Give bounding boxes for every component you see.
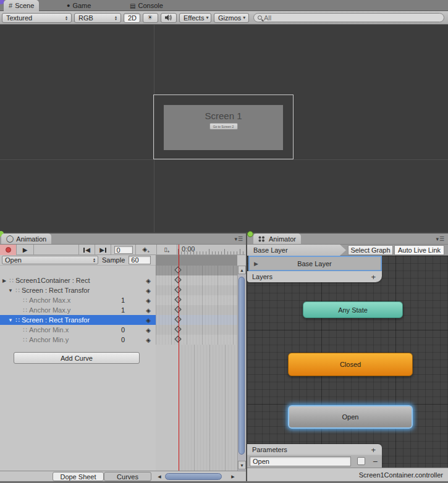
state-machine-graph[interactable]: ▶ Base Layer Layers + Any StateClosedOpe…	[247, 256, 448, 468]
sample-input[interactable]: 60	[129, 256, 151, 264]
frame-input[interactable]: 0	[114, 246, 133, 254]
gizmos-dropdown[interactable]: Gizmos ▾	[214, 13, 249, 23]
property-row-4[interactable]: ▼∷Screen : Rect Transfor◈	[0, 315, 156, 325]
first-frame-button[interactable]: ◀	[79, 245, 95, 255]
next-frame-button[interactable]: ▶	[95, 245, 111, 255]
dopesheet-lane-2[interactable]	[156, 295, 237, 305]
panel-menu-icon[interactable]: ▾☰	[436, 236, 445, 242]
layer-item-base-layer[interactable]: ▶ Base Layer	[248, 256, 382, 271]
add-parameter-button[interactable]: +	[371, 446, 376, 454]
keyframe-diamond-icon[interactable]: ◈	[141, 307, 156, 314]
dopesheet-vertical-scrollbar[interactable]: ▲ ▼	[237, 266, 245, 471]
panel-menu-icon[interactable]: ▾☰	[234, 236, 243, 242]
parameters-header: Parameters +	[247, 444, 382, 455]
add-layer-button[interactable]: +	[371, 273, 376, 281]
tab-animator[interactable]: Animator	[253, 233, 301, 244]
toggle-2d-button[interactable]: 2D	[124, 13, 140, 23]
vertical-scroll-thumb[interactable]	[239, 277, 245, 455]
tab-console[interactable]: ▤ Console	[130, 0, 163, 11]
tab-animation[interactable]: ◯︎ Animation	[1, 233, 51, 244]
screen1-title: Screen 1	[164, 111, 283, 121]
tab-game[interactable]: ● Game	[67, 0, 91, 11]
expand-arrow-icon[interactable]: ▼	[7, 288, 14, 293]
playhead-line[interactable]	[179, 245, 179, 471]
effects-dropdown[interactable]: Effects ▾	[179, 13, 211, 23]
render-mode-dropdown[interactable]: RGB ▴▾	[74, 13, 121, 23]
keyframe-diamond-icon[interactable]: ◈	[141, 297, 156, 304]
property-row-5[interactable]: ∷Anchor Min.x0◈	[0, 325, 156, 335]
keyframe-diamond-icon[interactable]: ◈	[141, 327, 156, 334]
keyframe-marker[interactable]	[174, 276, 181, 283]
dopesheet-lane-6[interactable]	[156, 335, 237, 345]
expand-arrow-icon[interactable]: ▶	[1, 278, 7, 284]
property-value[interactable]: 0	[121, 326, 141, 334]
play-icon: ▶	[23, 247, 28, 253]
audio-toggle-button[interactable]	[161, 13, 177, 23]
scene-search-input[interactable]: All	[253, 13, 444, 22]
property-row-0[interactable]: ▶∷Screen1Container : Rect◈	[0, 275, 156, 285]
state-node-open[interactable]: Open	[288, 405, 413, 429]
keyframe-marker[interactable]	[174, 296, 181, 303]
keyframe-marker[interactable]	[174, 286, 181, 293]
keyframe-marker[interactable]	[174, 335, 181, 342]
clip-dropdown[interactable]: Open ▴▾	[2, 256, 98, 264]
screen1-panel[interactable]: Screen 1 Go to Screen 2	[164, 105, 283, 150]
property-row-1[interactable]: ▼∷Screen : Rect Transfor◈	[0, 285, 156, 295]
scroll-up-button[interactable]: ▲	[238, 266, 246, 274]
chevron-down-icon: ▾	[206, 15, 208, 20]
dopesheet-lane-5[interactable]	[156, 325, 237, 335]
keyframe-diamond-icon[interactable]: ◈	[141, 277, 156, 284]
scroll-right-button[interactable]: ▶	[229, 472, 237, 481]
keyframe-diamond-icon[interactable]: ◈	[141, 287, 156, 294]
record-button[interactable]	[0, 245, 17, 255]
remove-parameter-button[interactable]: −	[371, 455, 379, 468]
add-event-button[interactable]: ▯+	[157, 245, 177, 255]
keyframe-marker[interactable]	[174, 266, 181, 273]
property-row-3[interactable]: ∷Anchor Max.y1◈	[0, 305, 156, 315]
rect-transform-icon: ∷	[21, 306, 29, 314]
property-row-6[interactable]: ∷Anchor Min.y0◈	[0, 335, 156, 345]
dopesheet-lane-0[interactable]	[156, 275, 237, 285]
keyframe-diamond-icon[interactable]: ◈	[141, 317, 156, 324]
scroll-left-button[interactable]: ◀	[156, 472, 163, 481]
select-graph-button[interactable]: Select Graph	[348, 245, 393, 255]
timeline-ruler[interactable]: 0:00	[178, 245, 245, 255]
play-button[interactable]: ▶	[17, 245, 34, 255]
go-to-screen2-button[interactable]: Go to Screen 2	[209, 123, 238, 130]
keyframe-marker[interactable]	[174, 316, 181, 322]
state-node-closed[interactable]: Closed	[288, 353, 413, 376]
draw-mode-dropdown[interactable]: Textured ▴▾	[2, 13, 72, 23]
dopesheet-lane-4[interactable]	[156, 315, 237, 325]
add-keyframe-button[interactable]: ◈+	[136, 245, 157, 255]
dopesheet-lane-1[interactable]	[156, 285, 237, 295]
dopesheet-lane-3[interactable]	[156, 305, 237, 315]
state-node-any-state[interactable]: Any State	[303, 301, 403, 318]
keyframe-diamond-icon[interactable]: ◈	[141, 337, 156, 343]
property-value[interactable]: 0	[121, 336, 141, 343]
property-value[interactable]: 1	[121, 296, 141, 304]
controls-spacer	[34, 245, 79, 255]
dopesheet-summary-lane[interactable]	[156, 266, 237, 275]
scene-grid-hline	[0, 159, 448, 160]
scroll-down-button[interactable]: ▼	[238, 461, 246, 469]
breadcrumb-base-layer[interactable]: Base Layer	[247, 245, 346, 256]
property-row-2[interactable]: ∷Anchor Max.x1◈	[0, 295, 156, 305]
property-value[interactable]: 1	[121, 306, 141, 314]
dopesheet-lower-area[interactable]	[156, 345, 237, 471]
keyframe-marker[interactable]	[174, 326, 181, 332]
parameter-name-input[interactable]: Open	[250, 456, 351, 466]
sample-label: Sample	[102, 256, 125, 264]
scene-viewport[interactable]: Screen 1 Go to Screen 2	[0, 25, 448, 232]
layer-play-icon: ▶	[254, 261, 258, 267]
expand-arrow-icon[interactable]: ▼	[7, 317, 14, 323]
dope-sheet-tab[interactable]: Dope Sheet	[53, 472, 104, 481]
auto-live-link-button[interactable]: Auto Live Link	[394, 245, 444, 255]
curves-tab[interactable]: Curves	[104, 472, 151, 481]
add-curve-button[interactable]: Add Curve	[14, 352, 140, 364]
lighting-toggle-button[interactable]: ☀	[143, 13, 158, 23]
render-mode-label: RGB	[78, 14, 93, 22]
keyframe-marker[interactable]	[174, 306, 181, 313]
parameter-value-checkbox[interactable]	[357, 457, 365, 465]
horizontal-scroll-thumb[interactable]	[165, 473, 222, 480]
tab-scene[interactable]: # Scene	[4, 0, 39, 11]
